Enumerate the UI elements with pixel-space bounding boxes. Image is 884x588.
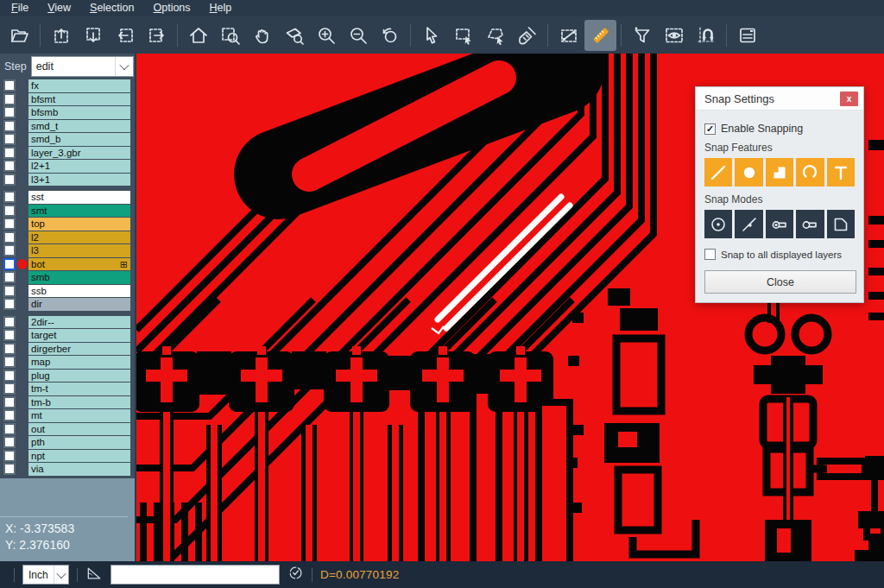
tool-layers-panel-button[interactable] xyxy=(731,20,763,51)
layer-name-bar[interactable]: sst xyxy=(28,191,130,204)
layer-name-bar[interactable]: pth xyxy=(28,436,130,449)
layer-row-target[interactable]: target xyxy=(0,329,135,342)
sync-check-icon[interactable] xyxy=(287,565,304,585)
layer-visibility-checkbox[interactable] xyxy=(3,271,16,283)
layer-row-dir[interactable]: dir xyxy=(0,298,135,311)
snap-surface-button[interactable] xyxy=(766,158,793,187)
layer-name-bar[interactable]: mt xyxy=(28,409,130,422)
tool-zoom-in-button[interactable] xyxy=(310,20,342,51)
layer-visibility-checkbox[interactable] xyxy=(3,356,16,368)
layer-row-ssb[interactable]: ssb xyxy=(0,285,135,298)
layer-visibility-checkbox[interactable] xyxy=(3,298,16,310)
layer-visibility-checkbox[interactable] xyxy=(3,79,16,92)
layer-row-smb[interactable]: smb xyxy=(0,271,135,284)
layer-name-bar[interactable]: 2dir-- xyxy=(28,316,130,329)
tool-zoom-out-button[interactable] xyxy=(342,20,374,51)
layer-name-bar[interactable]: bfsmb xyxy=(28,106,130,119)
layer-row-npt[interactable]: npt xyxy=(0,450,135,463)
layer-name-bar[interactable]: via xyxy=(28,463,130,476)
layer-visibility-checkbox[interactable] xyxy=(3,258,16,270)
snap-contour-button[interactable] xyxy=(827,210,855,238)
layer-name-bar[interactable]: layer_3.gbr xyxy=(28,147,130,160)
layer-row-l3[interactable]: l3 xyxy=(0,244,135,257)
layer-visibility-checkbox[interactable] xyxy=(3,383,16,395)
layer-name-bar[interactable]: target xyxy=(28,329,130,342)
enable-snapping-checkbox[interactable] xyxy=(704,123,716,135)
layer-row-layer_3.gbr[interactable]: layer_3.gbr xyxy=(0,147,135,160)
snap-all-layers-row[interactable]: Snap to all displayed layers xyxy=(704,249,855,260)
tool-zoom-previous-button[interactable] xyxy=(374,20,406,51)
close-button[interactable]: Close xyxy=(704,270,856,294)
layer-name-bar[interactable]: tm-b xyxy=(28,396,130,409)
layer-name-bar[interactable]: map xyxy=(28,356,130,369)
menu-selection[interactable]: Selection xyxy=(80,0,143,16)
pcb-canvas[interactable]: Snap Settings x Enable Snapping Snap Fea… xyxy=(136,54,884,561)
layer-visibility-checkbox[interactable] xyxy=(3,191,16,203)
layer-name-bar[interactable]: plug xyxy=(28,370,130,383)
tool-ruler-button[interactable] xyxy=(584,20,616,51)
layer-row-out[interactable]: out xyxy=(0,423,135,436)
layer-row-top[interactable]: top xyxy=(0,218,135,231)
layer-attributes-grid-icon[interactable]: ⊞ xyxy=(120,260,128,269)
layer-row-2dir--[interactable]: 2dir-- xyxy=(0,316,135,329)
menu-help[interactable]: Help xyxy=(200,0,242,16)
layer-name-bar[interactable]: l2 xyxy=(28,231,130,244)
layer-name-bar[interactable]: smd_b xyxy=(28,133,130,146)
tool-pan-down-button[interactable] xyxy=(77,20,109,51)
layer-name-bar[interactable]: tm-t xyxy=(28,383,130,395)
layer-name-bar[interactable]: l3 xyxy=(28,244,130,257)
layer-row-plug[interactable]: plug xyxy=(0,370,135,383)
layer-row-via[interactable]: via xyxy=(0,463,135,476)
layer-row-smd_b[interactable]: smd_b xyxy=(0,133,135,146)
layer-visibility-checkbox[interactable] xyxy=(3,133,16,145)
layer-visibility-checkbox[interactable] xyxy=(3,147,16,159)
layer-name-bar[interactable]: out xyxy=(28,423,130,436)
close-icon[interactable]: x xyxy=(840,92,858,106)
menu-options[interactable]: Options xyxy=(143,0,199,16)
tool-select-brush-button[interactable] xyxy=(511,20,543,51)
snap-text-button[interactable] xyxy=(827,158,855,187)
layer-visibility-checkbox[interactable] xyxy=(3,436,16,448)
tool-select-polygon-button[interactable] xyxy=(479,20,511,51)
layer-name-bar[interactable]: l2+1 xyxy=(28,160,130,173)
layer-visibility-checkbox[interactable] xyxy=(3,244,16,256)
tool-view-options-button[interactable] xyxy=(658,20,690,51)
snap-pad-filled-button[interactable] xyxy=(766,210,793,238)
tool-zoom-object-button[interactable] xyxy=(278,20,310,51)
layer-visibility-checkbox[interactable] xyxy=(3,106,16,118)
snap-midpoint-button[interactable] xyxy=(735,210,762,238)
layer-row-l2+1[interactable]: l2+1 xyxy=(0,160,135,173)
tool-filter-button[interactable] xyxy=(626,20,658,51)
layer-visibility-checkbox[interactable] xyxy=(3,370,16,382)
layer-row-tm-t[interactable]: tm-t xyxy=(0,383,135,395)
layer-name-bar[interactable]: smb xyxy=(28,271,130,284)
layer-row-fx[interactable]: fx xyxy=(0,79,135,92)
layer-row-sst[interactable]: sst xyxy=(0,191,135,204)
unit-select[interactable]: Inch xyxy=(22,565,69,585)
snap-center-button[interactable] xyxy=(704,210,732,238)
layer-visibility-checkbox[interactable] xyxy=(3,463,16,475)
layer-visibility-checkbox[interactable] xyxy=(3,120,16,132)
layer-visibility-checkbox[interactable] xyxy=(3,450,16,462)
layer-row-bfsmt[interactable]: bfsmt xyxy=(0,93,135,106)
layer-name-bar[interactable]: ssb xyxy=(28,285,130,298)
layer-visibility-checkbox[interactable] xyxy=(3,174,16,186)
layer-name-bar[interactable]: smt xyxy=(28,205,130,218)
tool-pan-left-button[interactable] xyxy=(109,20,141,51)
layer-name-bar[interactable]: bfsmt xyxy=(28,93,130,106)
snap-all-layers-checkbox[interactable] xyxy=(704,249,716,260)
layer-name-bar[interactable]: dirgerber xyxy=(28,343,130,356)
layer-row-smt[interactable]: smt xyxy=(0,205,135,218)
tool-snap-magnet-button[interactable] xyxy=(690,20,722,51)
layer-row-mt[interactable]: mt xyxy=(0,409,135,422)
tool-select-rectangle-button[interactable] xyxy=(447,20,479,51)
layer-name-bar[interactable]: l3+1 xyxy=(28,174,130,187)
tool-zoom-area-button[interactable] xyxy=(214,20,246,51)
layer-visibility-checkbox[interactable] xyxy=(3,329,16,341)
layer-visibility-checkbox[interactable] xyxy=(3,160,16,172)
snap-pad-outline-button[interactable] xyxy=(796,210,824,238)
enable-snapping-row[interactable]: Enable Snapping xyxy=(704,123,855,135)
snap-circle-button[interactable] xyxy=(735,158,762,187)
layer-visibility-checkbox[interactable] xyxy=(3,218,16,230)
menu-view[interactable]: View xyxy=(38,0,80,16)
